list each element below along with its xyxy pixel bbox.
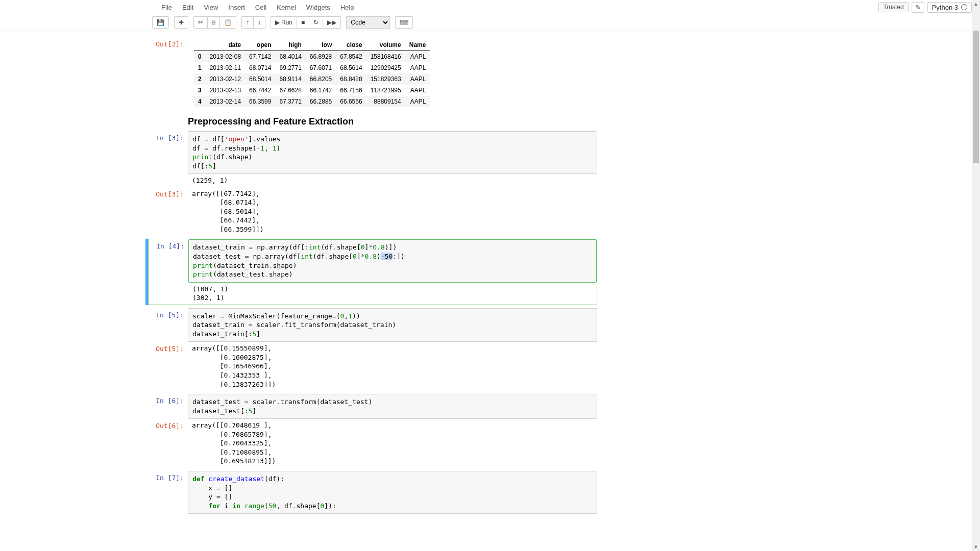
table-header: low	[306, 39, 336, 51]
edit-metadata-icon[interactable]: ✎	[912, 2, 924, 13]
run-icon: ▶	[275, 19, 280, 26]
fast-forward-icon: ▶▶	[327, 19, 336, 26]
menu-file[interactable]: File	[156, 2, 177, 13]
kernel-name: Python 3	[932, 4, 958, 11]
restart-icon: ↻	[313, 19, 318, 26]
stop-icon: ■	[301, 19, 305, 26]
table-header: date	[206, 39, 245, 51]
table-row: 02013-02-0867.714268.401466.892867.85421…	[194, 51, 430, 63]
result-output: array([[0.15550899], [0.16002875], [0.16…	[188, 342, 597, 391]
menu-help[interactable]: Help	[335, 2, 359, 13]
menubar: File Edit View Insert Cell Kernel Widget…	[0, 0, 980, 14]
stdout-output: (1007, 1) (302, 1)	[188, 283, 597, 305]
interrupt-button[interactable]: ■	[297, 16, 309, 29]
table-header	[194, 39, 206, 51]
table-header: high	[275, 39, 305, 51]
scrollbar[interactable]: ▲ ▼	[972, 0, 980, 517]
run-label: Run	[281, 19, 292, 26]
markdown-heading[interactable]: Preprocessing and Feature Extraction	[148, 110, 597, 131]
menu-insert[interactable]: Insert	[223, 2, 250, 13]
copy-button[interactable]: ⎘	[208, 16, 220, 29]
in-prompt: In [6]:	[148, 394, 188, 419]
plus-icon: ✚	[179, 19, 184, 26]
run-button[interactable]: ▶Run	[271, 16, 297, 29]
table-header: open	[245, 39, 275, 51]
menu-cell[interactable]: Cell	[250, 2, 272, 13]
in-prompt: In [3]:	[148, 131, 188, 174]
stdout-output: (1259, 1)	[188, 174, 597, 187]
code-cell-4[interactable]: In [4]: dataset_train = np.array(df[:int…	[145, 239, 597, 305]
scrollbar-thumb[interactable]	[973, 31, 979, 163]
menu-edit[interactable]: Edit	[177, 2, 199, 13]
insert-cell-below-button[interactable]: ✚	[174, 16, 188, 29]
move-down-button[interactable]: ↓	[254, 16, 265, 29]
command-palette-button[interactable]: ⌨	[395, 16, 413, 29]
code-input[interactable]: scaler = MinMaxScaler(feature_range=(0,1…	[188, 308, 597, 342]
table-row: 42013-02-1466.359967.377166.288566.65568…	[194, 96, 430, 107]
copy-icon: ⎘	[212, 19, 215, 26]
table-row: 32013-02-1366.744267.662866.174266.71561…	[194, 85, 430, 96]
save-button[interactable]: 💾	[152, 16, 169, 29]
keyboard-icon: ⌨	[400, 19, 408, 26]
out-prompt: Out[6]:	[148, 419, 188, 468]
code-input[interactable]: df = df['open'].values df = df.reshape(-…	[188, 131, 597, 174]
celltype-select[interactable]: Code	[346, 16, 390, 29]
out-prompt: Out[3]:	[148, 187, 188, 236]
table-row: 12013-02-1168.071469.277167.607168.56141…	[194, 62, 430, 73]
code-cell-6[interactable]: In [6]: dataset_test = scaler.transform(…	[148, 394, 597, 468]
table-header: volume	[366, 39, 405, 51]
move-up-button[interactable]: ↑	[241, 16, 254, 29]
in-prompt: In [7]:	[148, 471, 188, 514]
jupyter-header: File Edit View Insert Cell Kernel Widget…	[0, 0, 980, 31]
menu-kernel[interactable]: Kernel	[272, 2, 301, 13]
trusted-indicator[interactable]: Trusted	[878, 2, 908, 12]
cut-button[interactable]: ✂	[193, 16, 208, 29]
arrow-up-icon: ↑	[246, 19, 249, 26]
save-icon: 💾	[157, 19, 164, 26]
table-header: close	[336, 39, 366, 51]
scroll-up-icon[interactable]: ▲	[972, 0, 980, 8]
code-cell-5[interactable]: In [5]: scaler = MinMaxScaler(feature_ra…	[148, 308, 597, 391]
restart-run-all-button[interactable]: ▶▶	[323, 16, 341, 29]
menubar-right: Trusted ✎ Python 3	[878, 2, 976, 13]
dataframe-table: dateopenhighlowclosevolumeName 02013-02-…	[194, 39, 430, 107]
dataframe-output: dateopenhighlowclosevolumeName 02013-02-…	[188, 37, 597, 109]
paste-icon: 📋	[224, 19, 232, 26]
menu-view[interactable]: View	[199, 2, 223, 13]
menu-widgets[interactable]: Widgets	[301, 2, 335, 13]
result-output: array([[0.7048619 ], [0.70865789], [0.70…	[188, 419, 597, 468]
code-input[interactable]: def create_dataset(df): x = [] y = [] fo…	[188, 471, 597, 514]
arrow-down-icon: ↓	[258, 19, 261, 26]
in-prompt: In [5]:	[148, 308, 188, 342]
code-input[interactable]: dataset_train = np.array(df[:int(df.shap…	[188, 239, 597, 282]
result-output: array([[67.7142], [68.0714], [68.5014], …	[188, 187, 597, 236]
menubar-left: File Edit View Insert Cell Kernel Widget…	[4, 2, 359, 13]
kernel-indicator[interactable]: Python 3	[927, 2, 972, 13]
in-prompt: In [4]:	[149, 239, 188, 282]
kernel-idle-icon	[961, 4, 967, 10]
code-input[interactable]: dataset_test = scaler.transform(dataset_…	[188, 394, 597, 419]
restart-button[interactable]: ↻	[309, 16, 323, 29]
out-prompt: Out[5]:	[148, 342, 188, 391]
table-header: Name	[405, 39, 430, 51]
out-prompt: Out[2]:	[148, 37, 188, 109]
notebook-container: Out[2]: dateopenhighlowclosevolumeName 0…	[148, 31, 597, 514]
paste-button[interactable]: 📋	[220, 16, 236, 29]
table-row: 22013-02-1268.501468.911466.820568.84281…	[194, 73, 430, 85]
cell-out2: Out[2]: dateopenhighlowclosevolumeName 0…	[148, 37, 597, 109]
scissors-icon: ✂	[198, 19, 203, 26]
toolbar: 💾 ✚ ✂ ⎘ 📋 ↑ ↓ ▶Run ■ ↻ ▶▶ Code ⌨	[0, 14, 980, 31]
code-cell-7[interactable]: In [7]: def create_dataset(df): x = [] y…	[148, 471, 597, 514]
code-cell-3[interactable]: In [3]: df = df['open'].values df = df.r…	[148, 131, 597, 236]
